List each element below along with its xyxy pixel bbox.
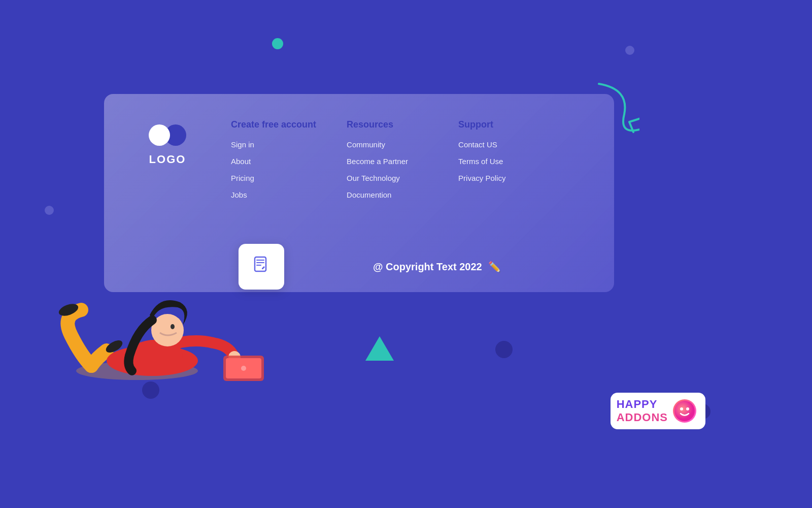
nav-link-signin[interactable]: Sign in — [231, 140, 316, 149]
person-illustration — [51, 284, 274, 386]
copyright-text: @ Copyright Text 2022 — [373, 261, 482, 273]
svg-point-8 — [241, 366, 246, 371]
nav-link-community[interactable]: Community — [347, 140, 428, 149]
nav-col-header-support: Support — [458, 119, 539, 130]
nav-link-about[interactable]: About — [231, 157, 316, 166]
bg-dot-teal — [272, 38, 283, 49]
happy-face-icon — [673, 399, 696, 423]
svg-point-10 — [171, 324, 175, 329]
logo-circles — [149, 124, 186, 146]
logo-circle-white — [149, 124, 170, 146]
edit-box[interactable] — [239, 244, 284, 290]
nav-columns: Create free account Sign in About Pricin… — [231, 119, 586, 207]
bg-dot-dark2 — [45, 206, 54, 215]
edit-box-icon — [252, 255, 271, 278]
triangle-decoration — [365, 336, 394, 361]
nav-link-terms[interactable]: Terms of Use — [458, 157, 539, 166]
happy-addons-badge: HAPPY ADDONS — [611, 393, 705, 429]
happy-addons-text: HAPPY ADDONS — [617, 398, 668, 424]
nav-link-documention[interactable]: Documention — [347, 190, 428, 199]
footer-card: LOGO Create free account Sign in About P… — [104, 94, 614, 292]
nav-link-privacy[interactable]: Privacy Policy — [458, 174, 539, 182]
addons-text: ADDONS — [617, 411, 668, 424]
bg-dot-dark1 — [625, 46, 634, 55]
copyright-row: @ Copyright Text 2022 ✏️ — [373, 261, 501, 273]
nav-col-header-create: Create free account — [231, 119, 316, 130]
nav-link-contact[interactable]: Contact US — [458, 140, 539, 149]
bg-dot-dark4 — [495, 341, 513, 358]
nav-col-header-resources: Resources — [347, 119, 428, 130]
edit-icon[interactable]: ✏️ — [488, 261, 501, 273]
nav-col-create: Create free account Sign in About Pricin… — [231, 119, 316, 207]
nav-link-jobs[interactable]: Jobs — [231, 190, 316, 199]
happy-text: HAPPY — [617, 398, 668, 411]
logo-section: LOGO — [132, 124, 203, 166]
svg-rect-0 — [255, 257, 266, 271]
nav-col-resources: Resources Community Become a Partner Our… — [347, 119, 428, 207]
nav-link-technology[interactable]: Our Technology — [347, 174, 428, 182]
svg-point-13 — [686, 407, 689, 410]
svg-point-12 — [680, 407, 683, 410]
logo-text: LOGO — [149, 153, 186, 166]
nav-col-support: Support Contact US Terms of Use Privacy … — [458, 119, 539, 207]
svg-point-11 — [674, 401, 695, 421]
nav-link-partner[interactable]: Become a Partner — [347, 157, 428, 166]
nav-link-pricing[interactable]: Pricing — [231, 174, 316, 182]
